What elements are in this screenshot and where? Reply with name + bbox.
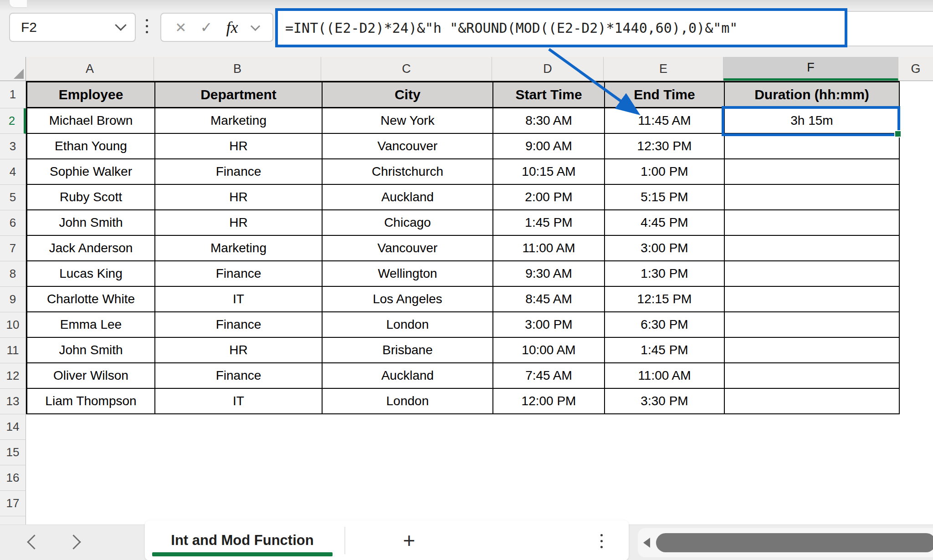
name-box[interactable]: F2: [9, 13, 136, 42]
cell-city[interactable]: New York: [323, 108, 493, 134]
cell-duration[interactable]: [725, 159, 900, 185]
cancel-icon[interactable]: ✕: [175, 20, 186, 36]
cell-end[interactable]: 11:45 AM: [605, 108, 725, 134]
column-header-b[interactable]: B: [154, 57, 321, 81]
cell-start[interactable]: 10:00 AM: [493, 338, 605, 363]
row-header-17[interactable]: 17: [0, 491, 26, 516]
insert-function-icon[interactable]: fx: [226, 18, 238, 37]
cell-city[interactable]: Chicago: [323, 210, 493, 236]
cell-duration[interactable]: [725, 236, 900, 261]
row-header-14[interactable]: 14: [0, 414, 26, 440]
cell-employee[interactable]: John Smith: [27, 338, 155, 363]
column-header-f[interactable]: F: [723, 57, 898, 81]
cell-end[interactable]: 3:00 PM: [605, 236, 725, 261]
cell-start[interactable]: 8:30 AM: [493, 108, 605, 134]
row-header-1[interactable]: 1: [0, 81, 26, 108]
cell-department[interactable]: HR: [155, 338, 323, 363]
cell-start[interactable]: 12:00 PM: [493, 389, 605, 414]
cell-employee[interactable]: Jack Anderson: [27, 236, 155, 261]
cell-end[interactable]: 3:30 PM: [605, 389, 725, 414]
header-start-time[interactable]: Start Time: [493, 82, 605, 108]
formula-input[interactable]: =INT((E2-D2)*24)&"h "&ROUND(MOD((E2-D2)*…: [275, 8, 847, 47]
cell-employee[interactable]: Emma Lee: [27, 312, 155, 338]
cell-end[interactable]: 1:00 PM: [605, 159, 725, 185]
cell-start[interactable]: 1:45 PM: [493, 210, 605, 236]
row-header-15[interactable]: 15: [0, 440, 26, 465]
cell-city[interactable]: Christchurch: [323, 159, 493, 185]
cell-employee[interactable]: Michael Brown: [27, 108, 155, 134]
column-header-d[interactable]: D: [492, 57, 604, 81]
cell-city[interactable]: Los Angeles: [323, 287, 493, 312]
next-sheet-icon[interactable]: [66, 535, 81, 550]
cell-duration[interactable]: [725, 261, 900, 287]
cell-end[interactable]: 1:45 PM: [605, 338, 725, 363]
name-box-dropdown-icon[interactable]: [117, 21, 125, 31]
column-header-a[interactable]: A: [26, 57, 154, 81]
cell-department[interactable]: Finance: [155, 312, 323, 338]
cell-end[interactable]: 1:30 PM: [605, 261, 725, 287]
row-header-5[interactable]: 5: [0, 185, 26, 210]
cell-end[interactable]: 11:00 AM: [605, 363, 725, 389]
cell-duration[interactable]: [725, 312, 900, 338]
cell-employee[interactable]: Ruby Scott: [27, 185, 155, 210]
cell-start[interactable]: 10:15 AM: [493, 159, 605, 185]
cell-city[interactable]: Vancouver: [323, 134, 493, 159]
cell-city[interactable]: Auckland: [323, 363, 493, 389]
cell-employee[interactable]: Sophie Walker: [27, 159, 155, 185]
cell-employee[interactable]: Ethan Young: [27, 134, 155, 159]
row-header-9[interactable]: 9: [0, 287, 26, 312]
cell-department[interactable]: Finance: [155, 159, 323, 185]
cell-city[interactable]: Auckland: [323, 185, 493, 210]
cell-duration[interactable]: [725, 185, 900, 210]
cell-city[interactable]: London: [323, 312, 493, 338]
cell-employee[interactable]: Oliver Wilson: [27, 363, 155, 389]
row-header-4[interactable]: 4: [0, 159, 26, 185]
cell-duration-selected[interactable]: 3h 15m: [725, 108, 900, 134]
cell-duration[interactable]: [725, 363, 900, 389]
cell-city[interactable]: London: [323, 389, 493, 414]
header-department[interactable]: Department: [155, 82, 323, 108]
cell-duration[interactable]: [725, 134, 900, 159]
cell-end[interactable]: 4:45 PM: [605, 210, 725, 236]
sheet-tab-active[interactable]: Int and Mod Function: [151, 520, 333, 560]
cell-employee[interactable]: Lucas King: [27, 261, 155, 287]
cell-end[interactable]: 6:30 PM: [605, 312, 725, 338]
cell-department[interactable]: HR: [155, 134, 323, 159]
cell-start[interactable]: 11:00 AM: [493, 236, 605, 261]
cell-duration[interactable]: [725, 389, 900, 414]
header-end-time[interactable]: End Time: [605, 82, 725, 108]
cell-employee[interactable]: Charlotte White: [27, 287, 155, 312]
cell-department[interactable]: Marketing: [155, 108, 323, 134]
cell-city[interactable]: Wellington: [323, 261, 493, 287]
cell-start[interactable]: 3:00 PM: [493, 312, 605, 338]
column-header-g[interactable]: G: [898, 57, 933, 81]
column-header-e[interactable]: E: [604, 57, 723, 81]
row-header-6[interactable]: 6: [0, 210, 26, 236]
cell-city[interactable]: Brisbane: [323, 338, 493, 363]
cell-department[interactable]: Finance: [155, 363, 323, 389]
row-header-3[interactable]: 3: [0, 134, 26, 159]
select-all-corner[interactable]: [0, 57, 26, 81]
cell-end[interactable]: 12:30 PM: [605, 134, 725, 159]
cell-employee[interactable]: John Smith: [27, 210, 155, 236]
row-header-7[interactable]: 7: [0, 236, 26, 261]
column-header-c[interactable]: C: [321, 57, 492, 81]
cell-duration[interactable]: [725, 338, 900, 363]
row-header-8[interactable]: 8: [0, 261, 26, 287]
fx-dropdown-icon[interactable]: [251, 21, 260, 31]
cell-end[interactable]: 12:15 PM: [605, 287, 725, 312]
header-duration[interactable]: Duration (hh:mm): [725, 82, 900, 108]
cell-end[interactable]: 5:15 PM: [605, 185, 725, 210]
horizontal-scrollbar[interactable]: [638, 528, 933, 557]
cell-department[interactable]: Finance: [155, 261, 323, 287]
row-header-12[interactable]: 12: [0, 363, 26, 389]
row-header-11[interactable]: 11: [0, 338, 26, 363]
cell-start[interactable]: 8:45 AM: [493, 287, 605, 312]
scroll-left-icon[interactable]: [643, 538, 650, 548]
prev-sheet-icon[interactable]: [27, 535, 42, 550]
cell-start[interactable]: 9:00 AM: [493, 134, 605, 159]
cell-duration[interactable]: [725, 287, 900, 312]
cell-department[interactable]: HR: [155, 185, 323, 210]
row-header-2[interactable]: 2: [0, 108, 26, 134]
cell-start[interactable]: 7:45 AM: [493, 363, 605, 389]
